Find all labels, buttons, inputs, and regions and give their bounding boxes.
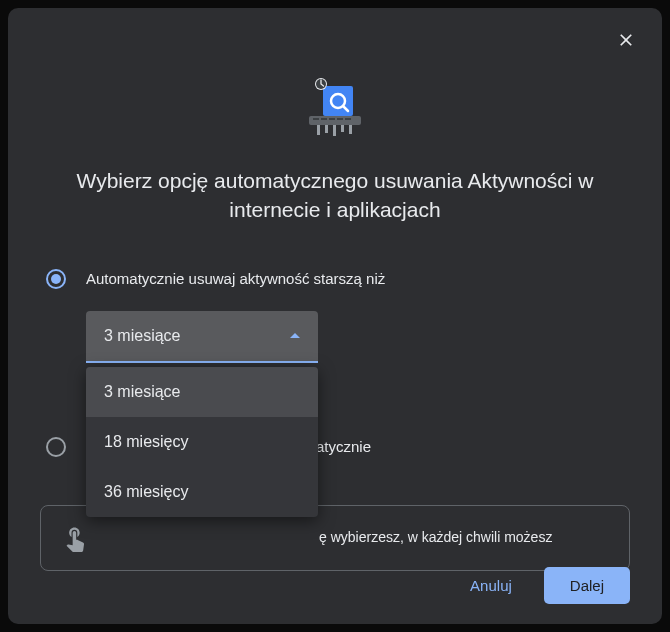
shredder-icon (299, 78, 371, 138)
close-icon (616, 30, 636, 50)
svg-rect-9 (337, 118, 343, 120)
svg-rect-15 (349, 125, 352, 134)
svg-rect-6 (313, 118, 319, 120)
svg-rect-7 (321, 118, 327, 120)
option-no-auto-delete-label: atycznie (316, 438, 371, 455)
svg-rect-11 (317, 125, 320, 135)
svg-rect-10 (345, 118, 351, 120)
svg-rect-14 (341, 125, 344, 132)
tap-gesture-icon (61, 524, 89, 552)
info-text: ę wybierzesz, w każdej chwili możesz (319, 528, 552, 548)
option-auto-delete[interactable]: Automatycznie usuwaj aktywność starszą n… (46, 269, 624, 289)
auto-delete-dialog: Wybierz opcję automatycznego usuwania Ak… (8, 8, 662, 624)
option-auto-delete-label: Automatycznie usuwaj aktywność starszą n… (86, 270, 385, 287)
duration-select-trigger[interactable]: 3 miesiące (86, 311, 318, 363)
chevron-up-icon (290, 333, 300, 338)
next-button[interactable]: Dalej (544, 567, 630, 604)
duration-selected-value: 3 miesiące (104, 327, 180, 345)
radio-unselected-icon (46, 437, 66, 457)
duration-option-18m[interactable]: 18 miesięcy (86, 417, 318, 467)
svg-rect-12 (325, 125, 328, 133)
duration-dropdown: 3 miesiące 18 miesięcy 36 miesięcy (86, 367, 318, 517)
hero-illustration (40, 78, 630, 138)
duration-option-36m[interactable]: 36 miesięcy (86, 467, 318, 517)
cancel-button[interactable]: Anuluj (452, 567, 530, 604)
duration-option-3m[interactable]: 3 miesiące (86, 367, 318, 417)
close-button[interactable] (612, 26, 640, 54)
svg-rect-5 (309, 116, 361, 125)
dialog-title: Wybierz opcję automatycznego usuwania Ak… (40, 166, 630, 225)
svg-rect-13 (333, 125, 336, 136)
dialog-footer: Anuluj Dalej (452, 567, 630, 604)
options-group: Automatycznie usuwaj aktywność starszą n… (40, 269, 630, 363)
duration-select: 3 miesiące 3 miesiące 18 miesięcy 36 mie… (86, 311, 318, 363)
svg-rect-8 (329, 118, 335, 120)
radio-selected-icon (46, 269, 66, 289)
